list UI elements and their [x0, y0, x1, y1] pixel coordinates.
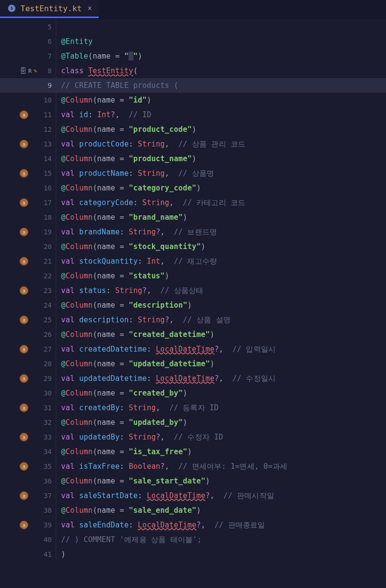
- gutter[interactable]: 38: [0, 503, 56, 518]
- code-content[interactable]: val productName: String, // 상품명: [56, 169, 214, 178]
- code-line[interactable]: 38@Column(name = "sale_end_date"): [0, 503, 386, 518]
- code-content[interactable]: @Column(name = "stock_quantity"): [56, 242, 205, 251]
- code-line[interactable]: a11val id: Int?, // ID: [0, 107, 386, 122]
- code-content[interactable]: class TestEntity(: [56, 66, 138, 75]
- gutter[interactable]: 22: [0, 269, 56, 283]
- code-line[interactable]: a13val productCode: String, // 상품 관리 코드: [0, 137, 386, 151]
- code-line[interactable]: 30@Column(name = "created_by"): [0, 386, 386, 400]
- gutter[interactable]: 24: [0, 298, 56, 313]
- gutter[interactable]: 32: [0, 415, 56, 430]
- attribute-badge-icon[interactable]: a: [20, 198, 28, 207]
- gutter[interactable]: 18: [0, 210, 56, 225]
- attribute-badge-icon[interactable]: a: [20, 169, 28, 178]
- attribute-badge-icon[interactable]: a: [20, 491, 28, 500]
- code-content[interactable]: val saleStartDate: LocalDateTime?, // 판매…: [56, 491, 274, 501]
- code-line[interactable]: 34@Column(name = "is_tax_free"): [0, 444, 386, 459]
- attribute-badge-icon[interactable]: a: [20, 403, 28, 412]
- code-content[interactable]: val status: String?, // 상품상태: [56, 286, 204, 295]
- code-content[interactable]: @Column(name = "brand_name"): [56, 213, 188, 222]
- gutter[interactable]: 41: [0, 547, 56, 562]
- code-line[interactable]: 🗄R✎8class TestEntity(: [0, 63, 386, 78]
- attribute-badge-icon[interactable]: a: [20, 462, 28, 471]
- gutter[interactable]: a17: [0, 195, 56, 210]
- file-tab[interactable]: TestEntity.kt ×: [0, 0, 99, 18]
- code-content[interactable]: val updatedDatetime: LocalDateTime?, // …: [56, 374, 276, 383]
- code-content[interactable]: val description: String?, // 상품 설명: [56, 315, 231, 325]
- code-content[interactable]: @Column(name = "sale_end_date"): [56, 506, 201, 515]
- code-content[interactable]: @Column(name = "status"): [56, 272, 170, 280]
- code-content[interactable]: val categoryCode: String, // 카테고리 코드: [56, 198, 245, 208]
- code-line[interactable]: 12@Column(name = "product_code"): [0, 122, 386, 137]
- attribute-badge-icon[interactable]: a: [20, 345, 28, 354]
- code-line[interactable]: 18@Column(name = "brand_name"): [0, 210, 386, 225]
- gutter[interactable]: 🗄R✎8: [0, 63, 56, 78]
- gutter[interactable]: a11: [0, 107, 56, 122]
- database-icon[interactable]: 🗄: [20, 67, 26, 75]
- code-line[interactable]: a21val stockQuantity: Int, // 재고수량: [0, 254, 386, 269]
- code-line[interactable]: a17val categoryCode: String, // 카테고리 코드: [0, 195, 386, 210]
- code-content[interactable]: @Column(name = "product_code"): [56, 125, 196, 134]
- gutter[interactable]: 12: [0, 122, 56, 137]
- code-content[interactable]: val productCode: String, // 상품 관리 코드: [56, 140, 245, 149]
- attribute-badge-icon[interactable]: a: [20, 374, 28, 383]
- code-line[interactable]: a23val status: String?, // 상품상태: [0, 283, 386, 298]
- attribute-badge-icon[interactable]: a: [20, 286, 28, 295]
- code-line[interactable]: a29val updatedDatetime: LocalDateTime?, …: [0, 371, 386, 386]
- gutter[interactable]: 5: [0, 20, 56, 34]
- code-content[interactable]: val createdBy: String, // 등록자 ID: [56, 403, 219, 413]
- code-content[interactable]: @Column(name = "id"): [56, 96, 151, 105]
- code-content[interactable]: @Entity: [56, 37, 93, 46]
- code-content[interactable]: ): [56, 550, 65, 559]
- code-line[interactable]: 16@Column(name = "category_code"): [0, 181, 386, 195]
- gutter[interactable]: 28: [0, 357, 56, 371]
- code-content[interactable]: val isTaxFree: Boolean?, // 면세여부: 1=면세, …: [56, 462, 287, 471]
- code-line[interactable]: 28@Column(name = "updated_datetime"): [0, 357, 386, 371]
- code-editor[interactable]: 56@Entity7@Table(name = " ")🗄R✎8class Te…: [0, 19, 386, 562]
- gutter[interactable]: 16: [0, 181, 56, 195]
- code-line[interactable]: a19val brandName: String?, // 브랜드명: [0, 225, 386, 239]
- code-line[interactable]: 6@Entity: [0, 34, 386, 49]
- code-line[interactable]: 40// ) COMMENT '예제용 상품 테이블';: [0, 532, 386, 547]
- code-content[interactable]: @Column(name = "created_by"): [56, 389, 188, 398]
- close-tab-icon[interactable]: ×: [87, 4, 92, 13]
- code-line[interactable]: 7@Table(name = " "): [0, 49, 386, 63]
- gutter[interactable]: a21: [0, 254, 56, 269]
- gutter[interactable]: 10: [0, 93, 56, 107]
- gutter[interactable]: 36: [0, 474, 56, 488]
- code-content[interactable]: val saleEndDate: LocalDateTime?, // 판매종료…: [56, 521, 265, 530]
- gutter[interactable]: a19: [0, 225, 56, 239]
- code-content[interactable]: val updatedBy: String?, // 수정자 ID: [56, 433, 223, 442]
- code-content[interactable]: val stockQuantity: Int, // 재고수량: [56, 257, 217, 266]
- gutter[interactable]: 7: [0, 49, 56, 63]
- attribute-badge-icon[interactable]: a: [20, 110, 28, 119]
- code-line[interactable]: 10@Column(name = "id"): [0, 93, 386, 107]
- gutter[interactable]: 40: [0, 532, 56, 547]
- code-line[interactable]: a31val createdBy: String, // 등록자 ID: [0, 400, 386, 415]
- attribute-badge-icon[interactable]: a: [20, 140, 28, 148]
- gutter[interactable]: a13: [0, 137, 56, 151]
- code-line[interactable]: 9// CREATE TABLE products (: [0, 78, 386, 93]
- code-content[interactable]: @Column(name = "created_datetime"): [56, 330, 214, 339]
- code-line[interactable]: a39val saleEndDate: LocalDateTime?, // 판…: [0, 518, 386, 532]
- attribute-badge-icon[interactable]: a: [20, 521, 28, 529]
- attribute-badge-icon[interactable]: a: [20, 315, 28, 324]
- code-content[interactable]: @Column(name = "product_name"): [56, 154, 196, 163]
- code-content[interactable]: @Column(name = "is_tax_free"): [56, 447, 192, 456]
- gutter[interactable]: a33: [0, 430, 56, 444]
- code-line[interactable]: a25val description: String?, // 상품 설명: [0, 313, 386, 327]
- gutter[interactable]: 30: [0, 386, 56, 400]
- gutter[interactable]: a35: [0, 459, 56, 474]
- code-line[interactable]: 36@Column(name = "sale_start_date"): [0, 474, 386, 488]
- code-line[interactable]: a35val isTaxFree: Boolean?, // 면세여부: 1=면…: [0, 459, 386, 474]
- gutter[interactable]: a37: [0, 488, 56, 503]
- gutter[interactable]: a23: [0, 283, 56, 298]
- code-content[interactable]: val createdDatetime: LocalDateTime?, // …: [56, 345, 276, 354]
- gutter[interactable]: 26: [0, 327, 56, 342]
- code-content[interactable]: @Column(name = "category_code"): [56, 184, 201, 192]
- code-content[interactable]: @Column(name = "sale_start_date"): [56, 477, 210, 485]
- gutter[interactable]: 34: [0, 444, 56, 459]
- code-line[interactable]: a33val updatedBy: String?, // 수정자 ID: [0, 430, 386, 444]
- code-line[interactable]: 20@Column(name = "stock_quantity"): [0, 239, 386, 254]
- code-line[interactable]: 32@Column(name = "updated_by"): [0, 415, 386, 430]
- gutter[interactable]: a39: [0, 518, 56, 532]
